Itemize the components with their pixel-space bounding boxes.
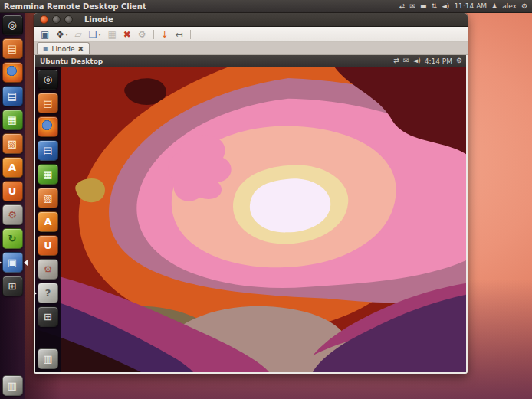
remote-workspace-switcher-icon[interactable]: ⊞ — [38, 306, 58, 327]
trash-glyph: ▥ — [8, 381, 17, 391]
screenshot-glyph: ❏ — [89, 30, 97, 39]
remote-home-folder-icon[interactable]: ▤ — [38, 93, 58, 113]
window-titlebar[interactable]: Linode — [34, 13, 468, 27]
maximize-button[interactable] — [64, 15, 73, 24]
home-folder-glyph: ▤ — [8, 44, 17, 54]
network-icon[interactable]: ⇄ — [399, 3, 406, 10]
toolbar-separator — [153, 30, 154, 39]
remote-session-gear-icon[interactable]: ⚙ — [456, 57, 462, 64]
toolbar-separator — [190, 30, 191, 39]
firefox-icon[interactable] — [2, 62, 23, 83]
username[interactable]: alex — [502, 2, 517, 10]
minimize-to-tray-icon[interactable]: ↓ — [161, 30, 169, 39]
remote-unity-launcher: ◎▤▤▦▧AU⚙?⊞▥ — [35, 67, 61, 372]
tab-close-icon[interactable]: ✖ — [78, 45, 84, 53]
settings-gears-icon[interactable]: ⚙ — [138, 30, 146, 39]
tab-linode[interactable]: ▣ Linode ✖ — [37, 42, 90, 54]
remote-trash-icon[interactable]: ▥ — [38, 348, 58, 369]
clock[interactable]: 11:14 AM — [454, 2, 487, 10]
remote-software-center-icon[interactable]: A — [38, 211, 58, 232]
remote-clock[interactable]: 4:14 PM — [425, 57, 452, 65]
dropdown-caret-icon[interactable]: ▾ — [98, 32, 100, 37]
connection-icon: ▣ — [43, 45, 49, 52]
tab-bar: ▣ Linode ✖ — [34, 42, 468, 55]
libreoffice-calc-icon[interactable]: ▦ — [2, 110, 23, 130]
remmina-icon[interactable]: ▣ — [2, 252, 23, 273]
remote-dash-home-icon[interactable]: ◎ — [38, 69, 58, 90]
libreoffice-impress-icon[interactable]: ▧ — [2, 133, 23, 154]
remote-ubuntu-one-icon[interactable]: U — [38, 235, 58, 256]
top-panel: Remmina Remote Desktop Client ⇄ ✉ ▬ ⇅ ◄)… — [0, 0, 532, 13]
close-button[interactable] — [40, 15, 48, 24]
remote-libreoffice-impress-glyph: ▧ — [43, 193, 52, 203]
system-settings-glyph: ⚙ — [8, 210, 17, 220]
remote-libreoffice-impress-icon[interactable]: ▧ — [38, 188, 58, 208]
pan-viewport-icon[interactable]: ✥▾ — [56, 30, 67, 39]
remote-libreoffice-writer-icon[interactable]: ▤ — [38, 140, 58, 161]
remote-network-icon[interactable]: ⇄ — [393, 57, 399, 64]
remote-system-tray: ⇄ ✉ ◄) 4:14 PM ⚙ — [393, 57, 466, 65]
disconnect-plug-icon[interactable]: ↤ — [176, 30, 183, 39]
ubuntu-one-glyph: U — [8, 186, 17, 196]
settings-gears-glyph: ⚙ — [138, 30, 146, 39]
system-tray: ⇄ ✉ ▬ ⇅ ◄) 11:14 AM ♟ alex ⚙ — [399, 2, 532, 10]
remote-ubuntu-one-glyph: U — [44, 240, 52, 250]
software-center-icon[interactable]: A — [2, 157, 23, 178]
screenshot-icon[interactable]: ❏▾ — [89, 30, 101, 39]
remote-top-panel: Ubuntu Desktop ⇄ ✉ ◄) 4:14 PM ⚙ — [35, 55, 466, 67]
fullscreen-icon[interactable]: ▣ — [41, 30, 49, 39]
libreoffice-writer-icon[interactable]: ▤ — [2, 86, 23, 106]
remote-firefox-icon[interactable] — [38, 116, 58, 137]
dash-home-icon[interactable]: ◎ — [2, 15, 23, 35]
running-indicator-arrow — [35, 290, 40, 296]
desktop: Remmina Remote Desktop Client ⇄ ✉ ▬ ⇅ ◄)… — [0, 0, 532, 399]
workspace-switcher-icon[interactable]: ⊞ — [2, 276, 23, 296]
system-settings-icon[interactable]: ⚙ — [2, 204, 23, 225]
remote-system-settings-icon[interactable]: ⚙ — [38, 259, 58, 280]
window-toolbar: ▣✥▾▱❏▾▦✖⚙↓↤ — [34, 27, 468, 42]
remote-workspace-switcher-glyph: ⊞ — [44, 312, 52, 322]
preferences-tools-icon[interactable]: ✖ — [123, 30, 131, 39]
scaled-mode-glyph: ▱ — [74, 30, 81, 39]
user-icon: ♟ — [491, 3, 498, 10]
remote-unknown-app-icon[interactable]: ? — [38, 283, 58, 303]
session-gear-icon[interactable]: ⚙ — [521, 3, 527, 10]
focused-indicator-arrow — [21, 260, 28, 266]
ubuntu-one-icon[interactable]: U — [2, 181, 23, 201]
minimize-button[interactable] — [52, 15, 61, 24]
disconnect-plug-glyph: ↤ — [176, 30, 183, 39]
remote-desktop-view[interactable]: Ubuntu Desktop ⇄ ✉ ◄) 4:14 PM ⚙ ◎▤▤▦▧AU⚙… — [35, 55, 466, 372]
dropdown-caret-icon[interactable]: ▾ — [65, 32, 67, 37]
remote-libreoffice-writer-glyph: ▤ — [43, 146, 52, 155]
scaled-mode-icon[interactable]: ▱ — [74, 30, 81, 39]
unity-launcher: ◎▤▤▦▧AU⚙↻▣⊞▥ — [0, 12, 25, 399]
trash-icon[interactable]: ▥ — [2, 375, 23, 396]
active-app-title: Remmina Remote Desktop Client — [0, 2, 146, 11]
home-folder-icon[interactable]: ▤ — [2, 38, 23, 59]
mail-icon[interactable]: ✉ — [409, 3, 415, 10]
window-title: Linode — [84, 15, 113, 24]
libreoffice-writer-glyph: ▤ — [8, 91, 17, 101]
remote-trash-glyph: ▥ — [43, 354, 52, 364]
remote-mail-icon[interactable]: ✉ — [403, 57, 409, 64]
remmina-glyph: ▣ — [8, 257, 17, 267]
remote-system-settings-glyph: ⚙ — [44, 264, 53, 274]
preferences-tools-glyph: ✖ — [123, 30, 131, 39]
battery-icon[interactable]: ▬ — [420, 3, 427, 10]
remote-home-folder-glyph: ▤ — [43, 98, 52, 108]
remote-volume-icon[interactable]: ◄) — [412, 57, 420, 64]
remote-unknown-app-glyph: ? — [45, 288, 51, 298]
pan-viewport-glyph: ✥ — [56, 30, 64, 39]
remote-libreoffice-calc-icon[interactable]: ▦ — [38, 164, 58, 185]
software-center-glyph: A — [8, 162, 16, 172]
sync-arrows-icon[interactable]: ⇅ — [431, 3, 437, 10]
remote-dash-home-glyph: ◎ — [44, 74, 52, 84]
dash-home-glyph: ◎ — [8, 20, 16, 30]
software-updater-glyph: ↻ — [8, 234, 17, 244]
libreoffice-impress-glyph: ▧ — [8, 139, 17, 149]
keyboard-grab-icon[interactable]: ▦ — [107, 30, 116, 39]
software-updater-icon[interactable]: ↻ — [2, 228, 23, 249]
running-indicator-arrow — [0, 260, 5, 266]
volume-icon[interactable]: ◄) — [442, 3, 449, 10]
remote-libreoffice-calc-glyph: ▦ — [43, 169, 52, 179]
